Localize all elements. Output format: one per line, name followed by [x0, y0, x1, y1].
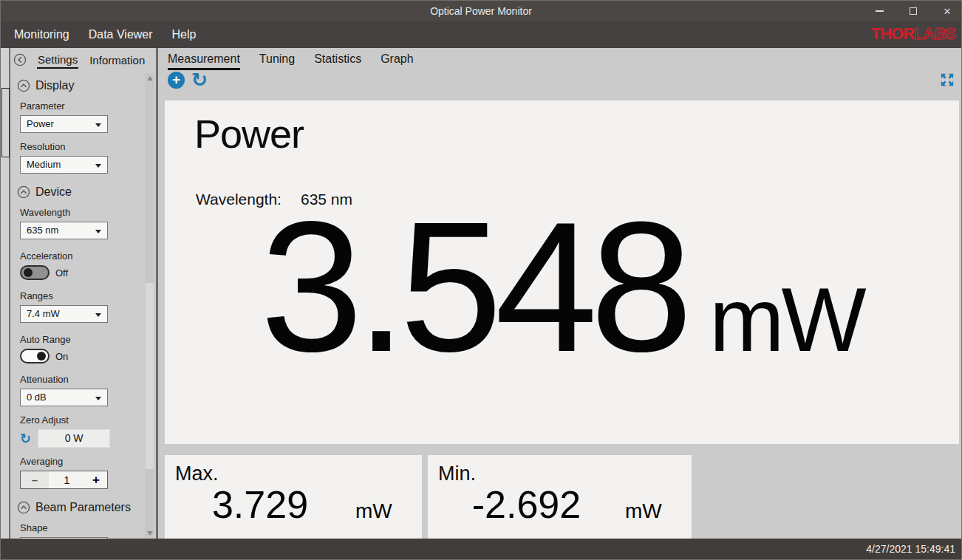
zero-adjust-row: ↻ 0 W	[20, 429, 143, 448]
chevron-up-circle-icon	[17, 501, 30, 514]
parameter-label: Parameter	[20, 100, 143, 112]
min-label: Min.	[428, 455, 692, 485]
sidebar-tabs: Settings Information	[12, 48, 156, 72]
averaging-stepper: – 1 +	[20, 471, 108, 489]
sidebar-content: Display Parameter Power Resolution Mediu…	[12, 72, 143, 540]
chevron-down-icon	[95, 230, 101, 233]
main-area: Measurement Tuning Statistics Graph + ↻	[160, 48, 961, 540]
section-beam-parameters[interactable]: Beam Parameters	[17, 501, 143, 514]
section-title-beam: Beam Parameters	[35, 501, 131, 514]
min-panel: Min. -2.692 mW	[428, 455, 692, 539]
auto-range-toggle[interactable]	[20, 349, 50, 363]
averaging-value: 1	[49, 474, 85, 486]
minimize-icon	[876, 10, 884, 12]
ranges-dropdown[interactable]: 7.4 mW	[20, 305, 108, 323]
section-display[interactable]: Display	[17, 79, 143, 92]
collapse-sidebar-icon[interactable]	[13, 53, 27, 66]
thorlabs-logo: THORLABS	[871, 24, 955, 44]
auto-range-label: Auto Range	[20, 334, 143, 345]
attenuation-value: 0 dB	[27, 392, 47, 403]
menu-monitoring[interactable]: Monitoring	[14, 28, 69, 41]
auto-range-toggle-row: On	[20, 349, 143, 363]
tab-statistics[interactable]: Statistics	[314, 52, 361, 68]
zero-adjust-label: Zero Adjust	[20, 414, 143, 426]
max-panel: Max. 3.729 mW	[165, 455, 422, 539]
section-device[interactable]: Device	[17, 185, 143, 199]
refresh-button[interactable]: ↻	[191, 69, 208, 91]
measurement-toolbar: + ↻	[160, 70, 961, 100]
tab-settings[interactable]: Settings	[37, 52, 78, 69]
toggle-knob	[24, 268, 33, 277]
min-row: -2.692 mW	[428, 482, 692, 527]
chevron-down-icon	[95, 397, 101, 400]
resolution-value: Medium	[27, 159, 61, 170]
collapsed-panel-strip	[1, 48, 10, 540]
measurement-title: Power	[165, 100, 959, 157]
measurement-panel: Power Wavelength: 635 nm 3.548mW	[165, 100, 959, 444]
acceleration-label: Acceleration	[20, 250, 143, 262]
max-value: 3.729	[165, 482, 355, 527]
averaging-increment-button[interactable]: +	[85, 473, 107, 488]
wavelength-label: Wavelength	[20, 207, 143, 218]
acceleration-toggle[interactable]	[20, 265, 50, 280]
parameter-value: Power	[27, 118, 54, 129]
add-measurement-button[interactable]: +	[168, 72, 185, 89]
minimize-button[interactable]	[871, 4, 887, 18]
attenuation-dropdown[interactable]: 0 dB	[20, 389, 108, 406]
main-tabs: Measurement Tuning Statistics Graph	[160, 48, 961, 70]
zero-adjust-field[interactable]: 0 W	[38, 429, 110, 448]
parameter-dropdown[interactable]: Power	[20, 115, 108, 133]
ranges-label: Ranges	[20, 290, 143, 301]
section-title-display: Display	[35, 79, 74, 92]
measurement-unit: mW	[709, 270, 864, 370]
ranges-value: 7.4 mW	[27, 308, 60, 319]
section-title-device: Device	[35, 185, 72, 199]
app-window: Optical Power Monitor ✕ Monitoring Data …	[0, 0, 962, 560]
measurement-value: 3.548	[260, 184, 686, 390]
zero-adjust-refresh-icon[interactable]: ↻	[20, 431, 31, 446]
attenuation-label: Attenuation	[20, 374, 143, 385]
body-area: Settings Information Display Parameter P…	[1, 48, 961, 540]
measurement-value-row: 3.548mW	[165, 195, 959, 380]
scroll-down-icon[interactable]	[145, 528, 154, 539]
fullscreen-icon[interactable]	[939, 72, 955, 88]
chevron-up-circle-icon	[17, 185, 30, 199]
scrollbar-thumb[interactable]	[146, 283, 154, 469]
averaging-decrement-button[interactable]: –	[21, 471, 49, 488]
menu-data-viewer[interactable]: Data Viewer	[89, 28, 153, 41]
menubar: Monitoring Data Viewer Help THORLABS	[1, 21, 961, 48]
tab-information[interactable]: Information	[89, 52, 146, 68]
collapsed-panel-tab[interactable]	[1, 88, 10, 157]
status-timestamp: 4/27/2021 15:49:41	[866, 543, 955, 555]
max-row: 3.729 mW	[165, 482, 422, 527]
min-unit: mW	[625, 499, 692, 523]
wavelength-value: 635 nm	[27, 225, 58, 236]
maximize-icon	[910, 7, 917, 15]
sidebar-scrollbar[interactable]	[145, 73, 154, 539]
chevron-down-icon	[95, 313, 101, 317]
statusbar: 4/27/2021 15:49:41	[1, 539, 961, 559]
toggle-knob	[37, 352, 46, 361]
settings-sidebar: Settings Information Display Parameter P…	[12, 48, 158, 540]
close-button[interactable]: ✕	[939, 4, 955, 18]
tab-tuning[interactable]: Tuning	[259, 52, 295, 68]
acceleration-state: Off	[55, 267, 68, 279]
tab-measurement[interactable]: Measurement	[168, 52, 240, 70]
min-value: -2.692	[428, 482, 625, 527]
max-label: Max.	[165, 455, 422, 485]
acceleration-toggle-row: Off	[20, 265, 143, 280]
titlebar: Optical Power Monitor ✕	[1, 1, 961, 21]
wavelength-dropdown[interactable]: 635 nm	[20, 222, 108, 239]
scroll-up-icon[interactable]	[145, 73, 154, 83]
menu-help[interactable]: Help	[172, 28, 197, 41]
chevron-up-circle-icon	[17, 79, 30, 92]
max-unit: mW	[355, 499, 422, 523]
chevron-down-icon	[95, 164, 101, 168]
shape-label: Shape	[20, 522, 143, 533]
resolution-dropdown[interactable]: Medium	[20, 156, 108, 174]
window-title: Optical Power Monitor	[430, 5, 532, 17]
window-controls: ✕	[871, 1, 955, 21]
chevron-down-icon	[95, 123, 101, 127]
tab-graph[interactable]: Graph	[381, 52, 413, 68]
maximize-button[interactable]	[905, 4, 921, 18]
